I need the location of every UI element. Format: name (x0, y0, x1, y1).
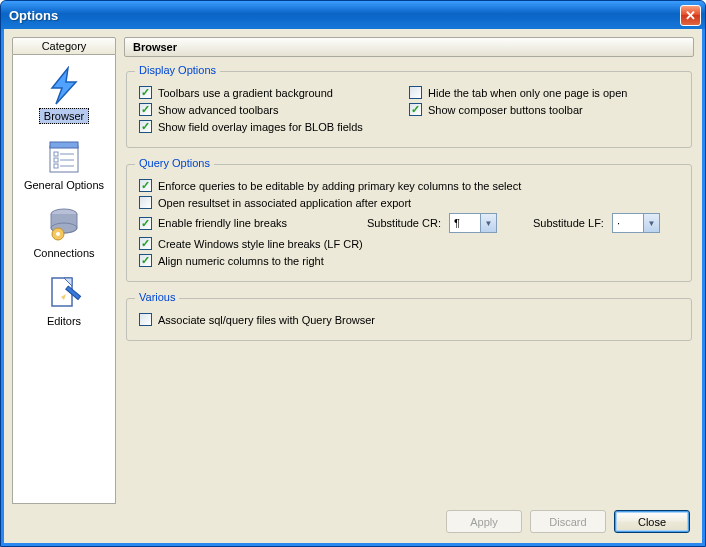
sidebar-header: Category (12, 37, 116, 55)
document-pencil-icon (44, 272, 84, 312)
window-title: Options (9, 8, 680, 23)
content-pane: Browser Display Options Toolbars use a g… (124, 37, 694, 504)
page-title: Browser (124, 37, 694, 57)
category-general-options[interactable]: General Options (17, 133, 111, 195)
button-bar: Apply Discard Close (12, 504, 694, 535)
discard-button[interactable]: Discard (530, 510, 606, 533)
windows-breaks-checkbox[interactable]: Create Windows style line breaks (LF CR) (139, 237, 679, 250)
group-legend: Query Options (135, 157, 214, 169)
svg-rect-2 (50, 142, 78, 148)
display-options-group: Display Options Toolbars use a gradient … (126, 71, 692, 148)
database-gear-icon (44, 204, 84, 244)
group-legend: Various (135, 291, 179, 303)
align-numeric-checkbox[interactable]: Align numeric columns to the right (139, 254, 679, 267)
checkbox-icon (139, 217, 152, 230)
category-label: Editors (43, 314, 85, 328)
friendly-breaks-checkbox[interactable]: Enable friendly line breaks (139, 217, 359, 230)
checkbox-icon (139, 103, 152, 116)
open-resultset-checkbox[interactable]: Open resultset in associated application… (139, 196, 679, 209)
checkbox-icon (409, 86, 422, 99)
category-label: Browser (39, 108, 89, 124)
client-area: Category Browser (4, 29, 702, 543)
sidebar-body: Browser General Options (12, 55, 116, 504)
query-options-group: Query Options Enforce queries to be edit… (126, 164, 692, 282)
sub-cr-label: Substitude CR: (367, 217, 441, 229)
enforce-editable-checkbox[interactable]: Enforce queries to be editable by adding… (139, 179, 679, 192)
category-label: Connections (29, 246, 98, 260)
category-editors[interactable]: Editors (17, 269, 111, 331)
toolbars-gradient-checkbox[interactable]: Toolbars use a gradient background (139, 86, 409, 99)
svg-marker-0 (52, 68, 76, 104)
category-connections[interactable]: Connections (17, 201, 111, 263)
lightning-icon (44, 66, 84, 106)
category-browser[interactable]: Browser (17, 63, 111, 127)
checkbox-icon (139, 86, 152, 99)
checkbox-icon (139, 254, 152, 267)
checkbox-icon (139, 313, 152, 326)
sub-cr-combo[interactable]: ¶ ▼ (449, 213, 497, 233)
category-label: General Options (20, 178, 108, 192)
chevron-down-icon: ▼ (643, 214, 659, 232)
group-legend: Display Options (135, 64, 220, 76)
checkbox-icon (139, 237, 152, 250)
category-sidebar: Category Browser (12, 37, 116, 504)
titlebar[interactable]: Options ✕ (1, 1, 705, 29)
close-icon[interactable]: ✕ (680, 5, 701, 26)
sub-lf-combo[interactable]: · ▼ (612, 213, 660, 233)
sub-lf-label: Substitude LF: (533, 217, 604, 229)
associate-files-checkbox[interactable]: Associate sql/query files with Query Bro… (139, 313, 679, 326)
checkbox-icon (139, 120, 152, 133)
chevron-down-icon: ▼ (480, 214, 496, 232)
advanced-toolbars-checkbox[interactable]: Show advanced toolbars (139, 103, 409, 116)
svg-point-12 (56, 232, 60, 236)
notepad-icon (44, 136, 84, 176)
options-window: Options ✕ Category Browser (0, 0, 706, 547)
hide-tab-checkbox[interactable]: Hide the tab when only one page is open (409, 86, 679, 99)
checkbox-icon (139, 179, 152, 192)
checkbox-icon (139, 196, 152, 209)
composer-toolbar-checkbox[interactable]: Show composer buttons toolbar (409, 103, 679, 116)
close-button[interactable]: Close (614, 510, 690, 533)
various-group: Various Associate sql/query files with Q… (126, 298, 692, 341)
apply-button[interactable]: Apply (446, 510, 522, 533)
blob-overlay-checkbox[interactable]: Show field overlay images for BLOB field… (139, 120, 679, 133)
checkbox-icon (409, 103, 422, 116)
